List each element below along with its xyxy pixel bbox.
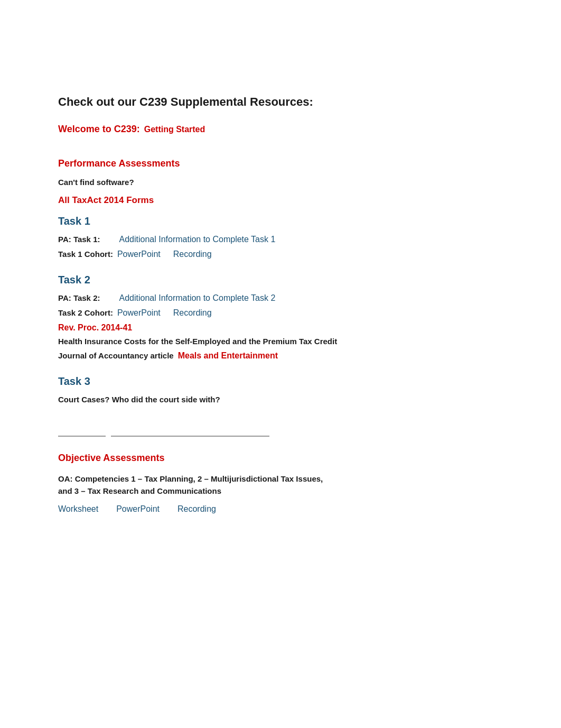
task1-recording-link[interactable]: Recording	[173, 250, 212, 259]
task1-pa-link[interactable]: Additional Information to Complete Task …	[119, 235, 275, 244]
getting-started-link[interactable]: Getting Started	[144, 125, 205, 134]
task1-cohort-row: Task 1 Cohort: PowerPoint Recording	[58, 250, 503, 259]
task2-section: Task 2 PA: Task 2: Additional Informatio…	[58, 274, 503, 361]
task2-cohort-row: Task 2 Cohort: PowerPoint Recording	[58, 308, 503, 318]
rev-proc-link[interactable]: Rev. Proc. 2014-41	[58, 323, 132, 332]
task1-powerpoint-link[interactable]: PowerPoint	[117, 250, 161, 259]
main-title-text: Check out our C239 Supplemental Resource…	[58, 95, 310, 108]
meals-entertainment-link[interactable]: Meals and Entertainment	[178, 351, 278, 361]
court-cases-text: Court Cases? Who did the court side with…	[58, 395, 503, 404]
cannot-find-software: Can't find software?	[58, 178, 503, 187]
divider	[58, 436, 503, 437]
all-taxact-link[interactable]: All TaxAct 2014 Forms	[58, 195, 154, 205]
oa-description-line2: and 3 – Tax Research and Communications	[58, 486, 221, 495]
task2-pa-label: PA: Task 2:	[58, 293, 100, 302]
divider-line-right	[111, 436, 269, 437]
oa-recording-link[interactable]: Recording	[177, 504, 216, 514]
task2-pa-link[interactable]: Additional Information to Complete Task …	[119, 293, 275, 303]
task3-section: Task 3 Court Cases? Who did the court si…	[58, 375, 503, 404]
objective-assessments-heading: Objective Assessments	[58, 453, 503, 464]
task2-powerpoint-link[interactable]: PowerPoint	[117, 308, 161, 318]
oa-description-line1: OA: Competencies 1 – Tax Planning, 2 – M…	[58, 474, 323, 483]
divider-line-left	[58, 436, 106, 437]
journal-row: Journal of Accountancy article Meals and…	[58, 351, 503, 361]
task2-pa-row: PA: Task 2: Additional Information to Co…	[58, 293, 503, 303]
oa-links-row: Worksheet PowerPoint Recording	[58, 504, 503, 514]
performance-assessments-heading: Performance Assessments	[58, 158, 503, 169]
welcome-row: Welcome to C239: Getting Started	[58, 124, 503, 143]
task3-heading: Task 3	[58, 375, 503, 388]
main-title: Check out our C239 Supplemental Resource…	[58, 95, 503, 109]
task2-heading: Task 2	[58, 274, 503, 286]
journal-label: Journal of Accountancy article	[58, 351, 174, 360]
oa-description: OA: Competencies 1 – Tax Planning, 2 – M…	[58, 473, 503, 497]
task1-cohort-label: Task 1 Cohort:	[58, 250, 113, 259]
welcome-prefix: Welcome to C239:	[58, 124, 140, 135]
oa-worksheet-link[interactable]: Worksheet	[58, 504, 98, 514]
task1-pa-row: PA: Task 1: Additional Information to Co…	[58, 235, 503, 244]
health-insurance-text: Health Insurance Costs for the Self-Empl…	[58, 337, 503, 346]
task1-heading: Task 1	[58, 215, 503, 227]
task2-recording-link[interactable]: Recording	[173, 308, 212, 318]
main-title-colon: :	[310, 95, 313, 108]
oa-powerpoint-link[interactable]: PowerPoint	[116, 504, 160, 514]
task1-section: Task 1 PA: Task 1: Additional Informatio…	[58, 215, 503, 259]
task2-cohort-label: Task 2 Cohort:	[58, 308, 113, 317]
objective-assessments-section: Objective Assessments OA: Competencies 1…	[58, 453, 503, 514]
task1-pa-label: PA: Task 1:	[58, 235, 100, 244]
page-container: Check out our C239 Supplemental Resource…	[0, 0, 561, 551]
